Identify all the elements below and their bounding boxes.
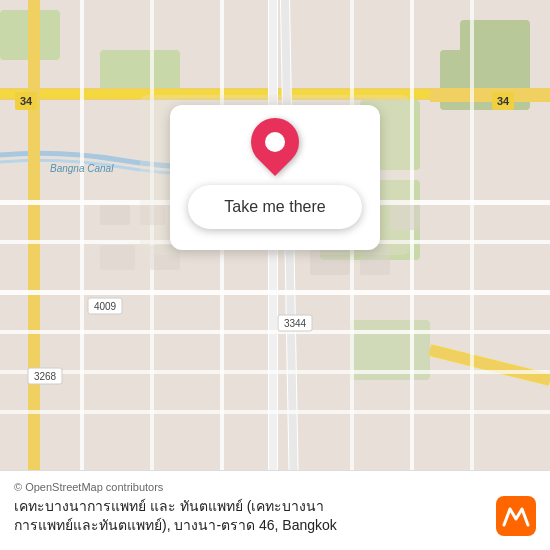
svg-rect-46 [100,245,135,270]
map-attribution: © OpenStreetMap contributors [14,481,536,493]
svg-text:34: 34 [497,95,510,107]
svg-rect-25 [470,0,474,550]
moovit-icon [496,496,536,536]
info-panel: © OpenStreetMap contributors เคทะบางนากา… [0,470,550,550]
button-label: Take me there [224,198,325,216]
location-pin [251,118,299,166]
moovit-logo [496,496,536,536]
svg-rect-21 [150,0,154,550]
location-line1: เคทะบางนาการแพทย์ และ ทันตแพทย์ (เคทะบาง… [14,498,324,514]
svg-rect-23 [350,0,354,550]
svg-rect-22 [220,0,224,550]
svg-text:34: 34 [20,95,33,107]
take-me-there-button[interactable]: Take me there [188,185,362,229]
map-container: 34 34 3344 3344 4009 3268 Bangna Canal [0,0,550,550]
svg-text:3268: 3268 [34,371,57,382]
svg-text:3344: 3344 [284,318,307,329]
location-description: เคทะบางนาการแพทย์ และ ทันตแพทย์ (เคทะบาง… [14,497,536,536]
svg-rect-13 [269,0,277,550]
svg-rect-11 [28,0,40,550]
svg-rect-24 [410,0,414,550]
svg-text:4009: 4009 [94,301,117,312]
svg-rect-10 [430,88,550,102]
svg-rect-20 [80,0,84,550]
svg-text:Bangna Canal: Bangna Canal [50,163,114,174]
location-line2: การแพทย์และทันตแพทย์), บางนา-ตราด 46, Ba… [14,517,337,533]
svg-rect-44 [100,205,130,225]
